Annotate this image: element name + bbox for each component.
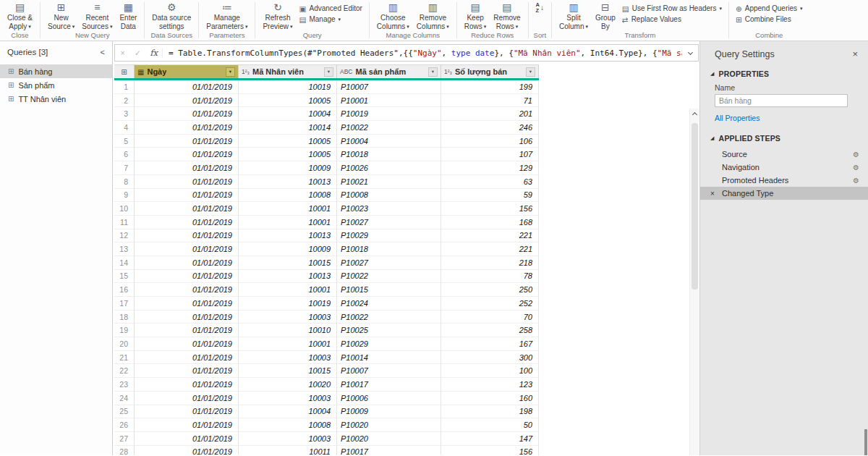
split-column-button[interactable]: ▥SplitColumn▾: [556, 1, 592, 31]
cell[interactable]: 106: [441, 135, 539, 148]
cell[interactable]: 01/01/2019: [135, 446, 239, 455]
cell[interactable]: 10005: [239, 148, 337, 161]
close-panel-icon[interactable]: ×: [852, 48, 858, 59]
cell[interactable]: 168: [441, 216, 539, 229]
cell[interactable]: 01/01/2019: [135, 202, 239, 216]
cell[interactable]: 10013: [239, 229, 337, 243]
select-all-cell[interactable]: ⊞: [114, 64, 135, 78]
filter-dropdown-icon[interactable]: ▾: [324, 67, 333, 77]
enter-data-button[interactable]: ▦EnterData: [116, 1, 140, 31]
panel-scrollbar-thumb[interactable]: [864, 429, 867, 455]
cell[interactable]: P10020: [337, 432, 441, 446]
cell[interactable]: 252: [441, 297, 539, 311]
query-name-input[interactable]: [715, 94, 848, 107]
applied-step-promoted-headers[interactable]: Promoted Headers⚙: [700, 174, 868, 187]
cell[interactable]: 63: [441, 175, 539, 189]
cell[interactable]: 01/01/2019: [135, 216, 239, 229]
cell[interactable]: 246: [441, 121, 539, 135]
cell[interactable]: 10003: [239, 311, 337, 324]
cell[interactable]: 01/01/2019: [135, 161, 239, 175]
cell[interactable]: 10019: [239, 80, 337, 94]
combine-files-button[interactable]: ⊞Combine Files: [733, 14, 806, 25]
cell[interactable]: 01/01/2019: [135, 364, 239, 378]
cell[interactable]: 10001: [239, 202, 337, 216]
cell[interactable]: P10020: [337, 418, 441, 432]
cell[interactable]: 10001: [239, 216, 337, 229]
cell[interactable]: P10007: [337, 80, 441, 94]
cell[interactable]: P10001: [337, 94, 441, 108]
cell[interactable]: 10010: [239, 324, 337, 337]
cell[interactable]: P10015: [337, 283, 441, 297]
cell[interactable]: 01/01/2019: [135, 175, 239, 189]
cell[interactable]: 107: [441, 148, 539, 161]
cell[interactable]: 10019: [239, 297, 337, 311]
cell[interactable]: 01/01/2019: [135, 324, 239, 337]
formula-check-icon[interactable]: ✓: [130, 48, 145, 57]
cell[interactable]: 01/01/2019: [135, 351, 239, 365]
cell[interactable]: 201: [441, 107, 539, 121]
choose-columns-button[interactable]: ▥ChooseColumns▾: [373, 1, 413, 31]
filter-dropdown-icon[interactable]: ▾: [226, 67, 235, 77]
cell[interactable]: 01/01/2019: [135, 270, 239, 284]
collapse-triangle-icon[interactable]: ◢: [710, 71, 715, 77]
cell[interactable]: 250: [441, 283, 539, 297]
formula-expand-icon[interactable]: [682, 52, 698, 54]
cell[interactable]: P10014: [337, 351, 441, 365]
cell[interactable]: P10027: [337, 216, 441, 229]
cell[interactable]: 01/01/2019: [135, 107, 239, 121]
column-header-số-lượng-bán[interactable]: 1²₃Số lượng bán▾: [441, 64, 539, 78]
cell[interactable]: P10018: [337, 148, 441, 161]
formula-cancel-icon[interactable]: ×: [115, 48, 130, 57]
cell[interactable]: 10015: [239, 256, 337, 270]
scrollbar-thumb[interactable]: [692, 123, 698, 290]
cell[interactable]: 10008: [239, 189, 337, 203]
cell[interactable]: 123: [441, 378, 539, 392]
new-source-button[interactable]: ⊞NewSource▾: [44, 1, 78, 31]
cell[interactable]: 01/01/2019: [135, 148, 239, 161]
cell[interactable]: P10008: [337, 189, 441, 203]
column-header-mã-nhân-viên[interactable]: 1²₃Mã Nhân viên▾: [239, 64, 337, 78]
cell[interactable]: P10018: [337, 242, 441, 256]
applied-step-source[interactable]: Source⚙: [700, 148, 868, 161]
cell[interactable]: 01/01/2019: [135, 432, 239, 446]
gear-icon[interactable]: ⚙: [853, 151, 859, 159]
applied-step-navigation[interactable]: Navigation⚙: [700, 161, 868, 174]
cell[interactable]: 10013: [239, 175, 337, 189]
advanced-editor-button[interactable]: ▣Advanced Editor: [297, 3, 365, 14]
remove-columns-button[interactable]: ▥RemoveColumns▾: [413, 1, 453, 31]
query-item-bán-hàng[interactable]: ⊞Bán hàng: [0, 64, 112, 78]
cell[interactable]: P10017: [337, 378, 441, 392]
cell[interactable]: 01/01/2019: [135, 229, 239, 243]
cell[interactable]: 10004: [239, 405, 337, 419]
cell[interactable]: 10001: [239, 283, 337, 297]
remove-rows-button[interactable]: ▤RemoveRows▾: [490, 1, 524, 31]
all-properties-link[interactable]: All Properties: [700, 107, 868, 130]
cell[interactable]: P10017: [337, 446, 441, 455]
cell[interactable]: 78: [441, 270, 539, 284]
cell[interactable]: 10005: [239, 94, 337, 108]
cell[interactable]: P10029: [337, 229, 441, 243]
cell[interactable]: P10026: [337, 161, 441, 175]
cell[interactable]: P10004: [337, 135, 441, 148]
cell[interactable]: 221: [441, 242, 539, 256]
group-by-button[interactable]: ⊟GroupBy: [592, 1, 619, 31]
cell[interactable]: 01/01/2019: [135, 94, 239, 108]
cell[interactable]: 221: [441, 229, 539, 243]
cell[interactable]: P10027: [337, 256, 441, 270]
grid-vertical-scrollbar[interactable]: [689, 109, 699, 455]
cell[interactable]: 167: [441, 337, 539, 351]
cell[interactable]: 10014: [239, 121, 337, 135]
cell[interactable]: 01/01/2019: [135, 135, 239, 148]
filter-dropdown-icon[interactable]: ▾: [428, 67, 438, 77]
query-item-tt-nhân-viên[interactable]: ⊞TT Nhân viên: [0, 92, 112, 106]
cell[interactable]: 01/01/2019: [135, 80, 239, 94]
cell[interactable]: 129: [441, 161, 539, 175]
cell[interactable]: 198: [441, 405, 539, 419]
scroll-up-icon[interactable]: [690, 109, 699, 119]
cell[interactable]: 01/01/2019: [135, 297, 239, 311]
cell[interactable]: 71: [441, 94, 539, 108]
cell[interactable]: 01/01/2019: [135, 311, 239, 324]
cell[interactable]: P10029: [337, 337, 441, 351]
cell[interactable]: 300: [441, 351, 539, 365]
cell[interactable]: 01/01/2019: [135, 256, 239, 270]
